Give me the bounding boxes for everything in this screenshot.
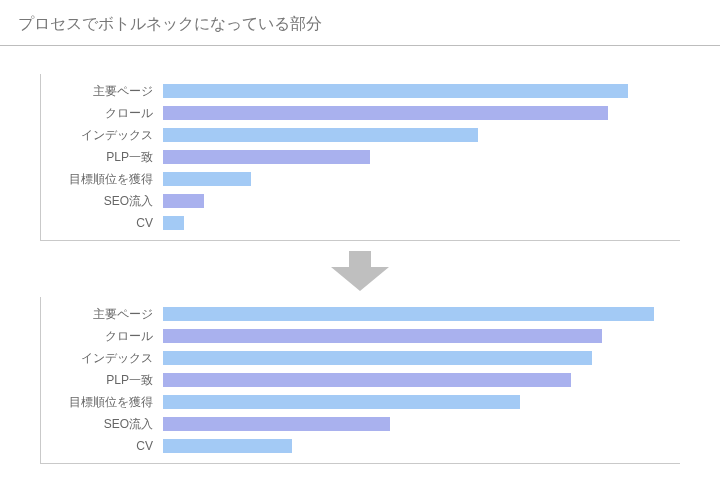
funnel-chart-after: 主要ページクロールインデックスPLP一致目標順位を獲得SEO流入CV [40, 297, 680, 464]
chart-row-label: SEO流入 [41, 195, 163, 207]
charts-container: 主要ページクロールインデックスPLP一致目標順位を獲得SEO流入CV 主要ページ… [0, 46, 720, 474]
chart-row: PLP一致 [41, 369, 680, 391]
chart-bar [163, 194, 204, 208]
chart-row-label: SEO流入 [41, 418, 163, 430]
chart-row: SEO流入 [41, 190, 680, 212]
chart-row-label: クロール [41, 330, 163, 342]
chart-row-label: 主要ページ [41, 85, 163, 97]
chart-bar [163, 307, 654, 321]
chart-row-label: CV [41, 440, 163, 452]
chart-row: SEO流入 [41, 413, 680, 435]
chart-row: インデックス [41, 124, 680, 146]
chart-row: 目標順位を獲得 [41, 391, 680, 413]
chart-bar-track [163, 351, 680, 365]
chart-row-label: インデックス [41, 129, 163, 141]
chart-bar [163, 150, 370, 164]
chart-bar-track [163, 128, 680, 142]
chart-bar [163, 351, 592, 365]
funnel-chart-before: 主要ページクロールインデックスPLP一致目標順位を獲得SEO流入CV [40, 74, 680, 241]
chart-bar-track [163, 439, 680, 453]
chart-row: CV [41, 212, 680, 234]
chart-bar-track [163, 172, 680, 186]
chart-bar-track [163, 150, 680, 164]
chart-bar [163, 329, 602, 343]
page-title: プロセスでボトルネックになっている部分 [0, 0, 720, 46]
chart-row: CV [41, 435, 680, 457]
chart-bar-track [163, 395, 680, 409]
chart-bar-track [163, 373, 680, 387]
chart-bar-track [163, 307, 680, 321]
chart-bar [163, 84, 628, 98]
chart-row-label: 目標順位を獲得 [41, 396, 163, 408]
svg-marker-0 [331, 251, 389, 291]
chart-row-label: PLP一致 [41, 151, 163, 163]
chart-bar-track [163, 194, 680, 208]
chart-bar [163, 106, 608, 120]
chart-row-label: PLP一致 [41, 374, 163, 386]
chart-row-label: クロール [41, 107, 163, 119]
chart-bar [163, 417, 390, 431]
chart-row: 主要ページ [41, 80, 680, 102]
chart-bar-track [163, 329, 680, 343]
chart-row: クロール [41, 102, 680, 124]
chart-bar [163, 172, 251, 186]
chart-bar-track [163, 106, 680, 120]
chart-row: 主要ページ [41, 303, 680, 325]
chart-bar [163, 439, 292, 453]
chart-row: 目標順位を獲得 [41, 168, 680, 190]
chart-bar-track [163, 84, 680, 98]
chart-bar-track [163, 417, 680, 431]
chart-bar [163, 216, 184, 230]
down-arrow-icon [40, 241, 680, 297]
chart-row: クロール [41, 325, 680, 347]
chart-bar [163, 128, 478, 142]
page-title-text: プロセスでボトルネックになっている部分 [18, 15, 322, 32]
chart-row-label: CV [41, 217, 163, 229]
chart-bar-track [163, 216, 680, 230]
chart-row: PLP一致 [41, 146, 680, 168]
chart-row-label: 主要ページ [41, 308, 163, 320]
chart-bar [163, 373, 571, 387]
chart-row: インデックス [41, 347, 680, 369]
chart-row-label: インデックス [41, 352, 163, 364]
chart-bar [163, 395, 520, 409]
chart-row-label: 目標順位を獲得 [41, 173, 163, 185]
